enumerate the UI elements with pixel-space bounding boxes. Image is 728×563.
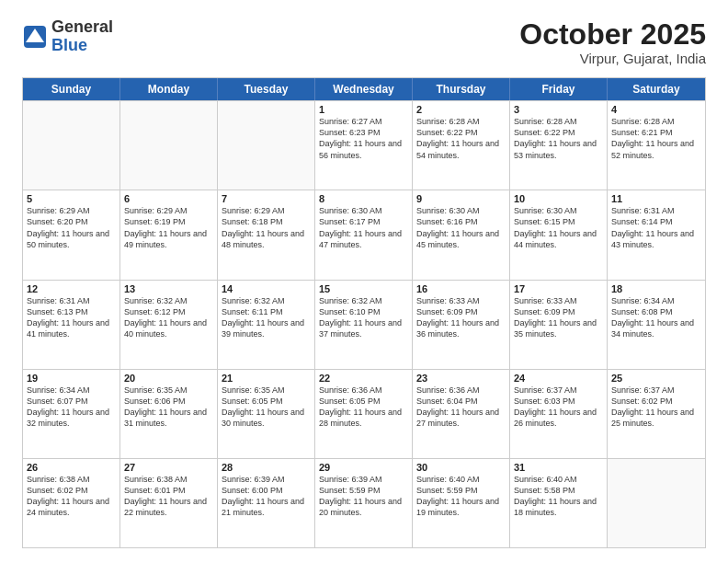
day-cell-29: 29Sunrise: 6:39 AMSunset: 5:59 PMDayligh… <box>315 459 413 547</box>
day-info: Sunrise: 6:28 AMSunset: 6:21 PMDaylight:… <box>611 116 701 161</box>
day-number: 24 <box>514 373 603 384</box>
header-day-sunday: Sunday <box>23 78 120 100</box>
day-number: 8 <box>319 193 408 204</box>
day-number: 4 <box>611 104 701 115</box>
day-info: Sunrise: 6:32 AMSunset: 6:10 PMDaylight:… <box>319 295 408 340</box>
day-cell-12: 12Sunrise: 6:31 AMSunset: 6:13 PMDayligh… <box>23 281 120 369</box>
day-cell-10: 10Sunrise: 6:30 AMSunset: 6:15 PMDayligh… <box>510 190 608 279</box>
day-info: Sunrise: 6:29 AMSunset: 6:19 PMDaylight:… <box>124 205 213 250</box>
empty-cell <box>218 101 315 190</box>
day-info: Sunrise: 6:30 AMSunset: 6:15 PMDaylight:… <box>514 205 603 250</box>
day-info: Sunrise: 6:33 AMSunset: 6:09 PMDaylight:… <box>514 295 603 340</box>
calendar-row-1: 5Sunrise: 6:29 AMSunset: 6:20 PMDaylight… <box>23 190 705 279</box>
day-info: Sunrise: 6:34 AMSunset: 6:08 PMDaylight:… <box>611 295 701 340</box>
day-cell-25: 25Sunrise: 6:37 AMSunset: 6:02 PMDayligh… <box>608 370 705 458</box>
day-number: 17 <box>514 283 603 294</box>
day-info: Sunrise: 6:37 AMSunset: 6:03 PMDaylight:… <box>514 385 603 430</box>
day-info: Sunrise: 6:32 AMSunset: 6:12 PMDaylight:… <box>124 295 213 340</box>
day-cell-7: 7Sunrise: 6:29 AMSunset: 6:18 PMDaylight… <box>218 190 315 279</box>
day-number: 31 <box>514 462 603 473</box>
day-number: 14 <box>222 283 311 294</box>
day-info: Sunrise: 6:38 AMSunset: 6:02 PMDaylight:… <box>27 474 116 519</box>
calendar-row-2: 12Sunrise: 6:31 AMSunset: 6:13 PMDayligh… <box>23 280 705 369</box>
calendar-body: 1Sunrise: 6:27 AMSunset: 6:23 PMDaylight… <box>23 100 705 547</box>
day-number: 26 <box>27 462 116 473</box>
day-cell-27: 27Sunrise: 6:38 AMSunset: 6:01 PMDayligh… <box>120 459 218 547</box>
header-day-tuesday: Tuesday <box>218 78 315 100</box>
day-cell-13: 13Sunrise: 6:32 AMSunset: 6:12 PMDayligh… <box>120 281 218 369</box>
day-number: 29 <box>319 462 408 473</box>
day-number: 22 <box>319 373 408 384</box>
day-cell-22: 22Sunrise: 6:36 AMSunset: 6:05 PMDayligh… <box>315 370 413 458</box>
day-cell-19: 19Sunrise: 6:34 AMSunset: 6:07 PMDayligh… <box>23 370 120 458</box>
day-info: Sunrise: 6:30 AMSunset: 6:16 PMDaylight:… <box>416 205 506 250</box>
day-cell-4: 4Sunrise: 6:28 AMSunset: 6:21 PMDaylight… <box>608 101 705 190</box>
day-number: 28 <box>222 462 311 473</box>
calendar: SundayMondayTuesdayWednesdayThursdayFrid… <box>22 77 706 548</box>
day-cell-31: 31Sunrise: 6:40 AMSunset: 5:58 PMDayligh… <box>510 459 608 547</box>
day-info: Sunrise: 6:31 AMSunset: 6:14 PMDaylight:… <box>611 205 701 250</box>
day-number: 9 <box>416 193 506 204</box>
day-number: 6 <box>124 193 213 204</box>
day-info: Sunrise: 6:32 AMSunset: 6:11 PMDaylight:… <box>222 295 311 340</box>
location: Virpur, Gujarat, India <box>519 51 706 66</box>
calendar-row-0: 1Sunrise: 6:27 AMSunset: 6:23 PMDaylight… <box>23 100 705 190</box>
day-cell-18: 18Sunrise: 6:34 AMSunset: 6:08 PMDayligh… <box>608 281 705 369</box>
day-number: 23 <box>416 373 506 384</box>
day-number: 20 <box>124 373 213 384</box>
day-number: 25 <box>611 373 701 384</box>
empty-cell <box>608 459 705 547</box>
day-cell-9: 9Sunrise: 6:30 AMSunset: 6:16 PMDaylight… <box>413 190 510 279</box>
day-cell-6: 6Sunrise: 6:29 AMSunset: 6:19 PMDaylight… <box>120 190 218 279</box>
day-info: Sunrise: 6:39 AMSunset: 6:00 PMDaylight:… <box>222 474 311 519</box>
day-cell-30: 30Sunrise: 6:40 AMSunset: 5:59 PMDayligh… <box>413 459 510 547</box>
day-number: 11 <box>611 193 701 204</box>
day-number: 3 <box>514 104 603 115</box>
day-number: 21 <box>222 373 311 384</box>
day-info: Sunrise: 6:39 AMSunset: 5:59 PMDaylight:… <box>319 474 408 519</box>
day-info: Sunrise: 6:37 AMSunset: 6:02 PMDaylight:… <box>611 385 701 430</box>
day-cell-26: 26Sunrise: 6:38 AMSunset: 6:02 PMDayligh… <box>23 459 120 547</box>
day-cell-28: 28Sunrise: 6:39 AMSunset: 6:00 PMDayligh… <box>218 459 315 547</box>
logo-general: General <box>51 18 113 37</box>
day-number: 13 <box>124 283 213 294</box>
header-day-monday: Monday <box>120 78 218 100</box>
day-cell-14: 14Sunrise: 6:32 AMSunset: 6:11 PMDayligh… <box>218 281 315 369</box>
day-info: Sunrise: 6:35 AMSunset: 6:05 PMDaylight:… <box>222 385 311 430</box>
day-number: 15 <box>319 283 408 294</box>
day-info: Sunrise: 6:34 AMSunset: 6:07 PMDaylight:… <box>27 385 116 430</box>
day-info: Sunrise: 6:31 AMSunset: 6:13 PMDaylight:… <box>27 295 116 340</box>
empty-cell <box>120 101 218 190</box>
day-cell-15: 15Sunrise: 6:32 AMSunset: 6:10 PMDayligh… <box>315 281 413 369</box>
calendar-header: SundayMondayTuesdayWednesdayThursdayFrid… <box>23 78 705 100</box>
day-info: Sunrise: 6:27 AMSunset: 6:23 PMDaylight:… <box>319 116 408 161</box>
header-day-friday: Friday <box>510 78 608 100</box>
day-number: 18 <box>611 283 701 294</box>
day-number: 19 <box>27 373 116 384</box>
day-cell-2: 2Sunrise: 6:28 AMSunset: 6:22 PMDaylight… <box>413 101 510 190</box>
day-cell-1: 1Sunrise: 6:27 AMSunset: 6:23 PMDaylight… <box>315 101 413 190</box>
calendar-row-4: 26Sunrise: 6:38 AMSunset: 6:02 PMDayligh… <box>23 458 705 547</box>
calendar-row-3: 19Sunrise: 6:34 AMSunset: 6:07 PMDayligh… <box>23 369 705 458</box>
day-cell-16: 16Sunrise: 6:33 AMSunset: 6:09 PMDayligh… <box>413 281 510 369</box>
logo-blue: Blue <box>51 37 113 55</box>
day-number: 12 <box>27 283 116 294</box>
day-cell-20: 20Sunrise: 6:35 AMSunset: 6:06 PMDayligh… <box>120 370 218 458</box>
day-cell-11: 11Sunrise: 6:31 AMSunset: 6:14 PMDayligh… <box>608 190 705 279</box>
page-header: General Blue October 2025 Virpur, Gujara… <box>22 18 706 66</box>
day-info: Sunrise: 6:38 AMSunset: 6:01 PMDaylight:… <box>124 474 213 519</box>
day-number: 10 <box>514 193 603 204</box>
day-cell-17: 17Sunrise: 6:33 AMSunset: 6:09 PMDayligh… <box>510 281 608 369</box>
day-info: Sunrise: 6:28 AMSunset: 6:22 PMDaylight:… <box>514 116 603 161</box>
day-number: 16 <box>416 283 506 294</box>
day-cell-24: 24Sunrise: 6:37 AMSunset: 6:03 PMDayligh… <box>510 370 608 458</box>
title-block: October 2025 Virpur, Gujarat, India <box>519 18 706 66</box>
header-day-thursday: Thursday <box>413 78 510 100</box>
day-info: Sunrise: 6:28 AMSunset: 6:22 PMDaylight:… <box>416 116 506 161</box>
day-cell-21: 21Sunrise: 6:35 AMSunset: 6:05 PMDayligh… <box>218 370 315 458</box>
day-info: Sunrise: 6:30 AMSunset: 6:17 PMDaylight:… <box>319 205 408 250</box>
day-info: Sunrise: 6:36 AMSunset: 6:04 PMDaylight:… <box>416 385 506 430</box>
day-number: 1 <box>319 104 408 115</box>
day-info: Sunrise: 6:35 AMSunset: 6:06 PMDaylight:… <box>124 385 213 430</box>
day-number: 7 <box>222 193 311 204</box>
